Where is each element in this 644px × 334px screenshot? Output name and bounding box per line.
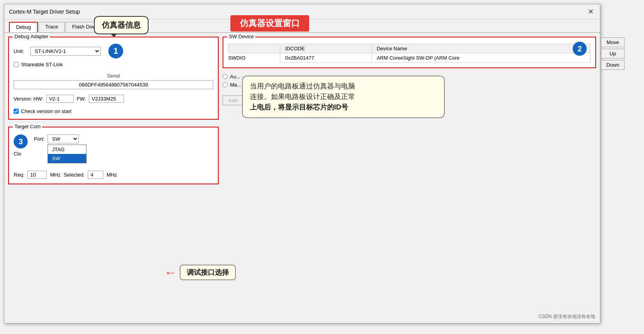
main-content-area: Debug Adapter Unit: ST-LINK/V2-1 1: [4, 33, 600, 316]
radio-manual[interactable]: [223, 82, 228, 87]
fw-input[interactable]: [89, 95, 124, 103]
version-label: Version: HW:: [14, 96, 43, 102]
radio-auto-label: Au...: [230, 74, 241, 80]
table-row: SWDIO 0x2BA01477 ARM CoreeSight SW-DP (A…: [228, 53, 591, 63]
badge-1: 1: [108, 44, 123, 58]
red-arrow-icon: ←: [164, 265, 177, 280]
move-button[interactable]: Move: [601, 37, 625, 47]
shareable-checkbox[interactable]: [14, 62, 19, 67]
shareable-row: Shareable ST-Link: [14, 62, 213, 67]
selected-mhz-input[interactable]: [88, 171, 103, 179]
mhz-label: MHz: [50, 172, 60, 178]
tab-trace[interactable]: Trace: [39, 22, 65, 32]
annotation-red-header: 仿真器设置窗口: [230, 15, 309, 32]
tooltip-bubble: 当用户的电路板通过仿真器与电脑 连接。如果电路板设计正确及正常 上电后，将显示目…: [242, 76, 445, 118]
tab-debug[interactable]: Debug: [9, 22, 38, 32]
port-row: 3 Port: SW JTAG JTAG: [14, 134, 213, 148]
target-com-group: Target Com 3 Port: SW JTAG: [8, 127, 219, 184]
check-version-row: Check version on start: [14, 108, 213, 114]
req-row: Req: MHz Selected: MHz: [14, 171, 213, 179]
cell-device-name: ARM CoreeSight SW-DP (ARM Core: [372, 53, 591, 63]
close-button[interactable]: ✕: [586, 7, 595, 16]
serial-label: Serial: [14, 73, 213, 79]
badge-2: 2: [573, 42, 587, 56]
up-button[interactable]: Up: [601, 49, 625, 58]
port-label: Port:: [34, 136, 44, 142]
selected-label: Selected:: [64, 172, 85, 178]
serial-value: 066DFF495648807567044539: [14, 80, 213, 89]
arrow-bubble-label: 调试接口选择: [180, 265, 236, 280]
serial-section: Serial 066DFF495648807567044539: [14, 73, 213, 89]
unit-select[interactable]: ST-LINK/V2-1: [30, 47, 101, 56]
port-select[interactable]: SW JTAG: [48, 134, 79, 143]
watermark: CSDN @没有余地没有余地: [538, 313, 595, 320]
right-panel: SW Device 2 IDCODE Device Name: [223, 37, 596, 313]
row-label-swdio: SWDIO: [228, 53, 280, 63]
window-title: Cortex-M Target Driver Setup: [9, 9, 80, 15]
cell-idcode: 0x2BA01477: [280, 53, 372, 63]
col-empty: [228, 44, 280, 53]
fw-label: FW:: [77, 96, 86, 102]
port-dropdown-list: JTAG SW: [48, 145, 87, 163]
sw-device-group: SW Device 2 IDCODE Device Name: [223, 37, 596, 68]
dropdown-item-sw[interactable]: SW: [48, 154, 86, 163]
main-window: Cortex-M Target Driver Setup ✕ 仿真器信息 仿真器…: [4, 4, 600, 323]
target-com-content: 3 Port: SW JTAG JTAG: [14, 134, 213, 179]
req-label: Req:: [14, 172, 24, 178]
radio-auto[interactable]: [223, 74, 228, 79]
check-version-checkbox[interactable]: [14, 109, 19, 114]
tooltip-line3: 上电后，将显示目标芯片的ID号: [250, 102, 437, 113]
unit-label: Unit:: [14, 48, 27, 54]
down-button[interactable]: Down: [601, 60, 625, 70]
debug-adapter-group: Debug Adapter Unit: ST-LINK/V2-1 1: [8, 37, 219, 120]
sw-device-content: 2 IDCODE Device Name SWDIO: [228, 44, 591, 63]
add-button[interactable]: Add: [223, 95, 243, 105]
check-version-label: Check version on start: [21, 108, 71, 114]
req-input[interactable]: [27, 171, 47, 179]
tooltip-line2: 连接。如果电路板设计正确及正常: [250, 92, 437, 102]
unit-row: Unit: ST-LINK/V2-1 1: [14, 44, 213, 58]
port-dropdown-container: SW JTAG JTAG SW: [48, 134, 79, 143]
sw-device-label: SW Device: [227, 34, 255, 39]
col-idcode: IDCODE: [280, 44, 372, 53]
debug-adapter-content: Unit: ST-LINK/V2-1 1 Shareable ST-Link: [14, 44, 213, 114]
badge-3: 3: [14, 134, 28, 148]
target-com-label: Target Com: [13, 124, 42, 129]
annotation-bubble-simulator-info: 仿真器信息: [94, 16, 149, 34]
clock-label: Clo: [14, 151, 21, 157]
clock-row: Clo: [14, 151, 213, 157]
hw-input[interactable]: [46, 95, 74, 103]
dropdown-item-jtag[interactable]: JTAG: [48, 145, 86, 154]
tooltip-line1: 当用户的电路板通过仿真器与电脑: [250, 81, 437, 92]
shareable-label: Shareable ST-Link: [21, 62, 63, 67]
sw-table: IDCODE Device Name SWDIO 0x2BA01477 ARM …: [228, 44, 591, 63]
side-buttons: Move Up Down: [601, 37, 625, 70]
radio-manual-label: Ma...: [230, 82, 241, 88]
debug-adapter-label: Debug Adapter: [13, 34, 50, 39]
col-device-name: Device Name: [372, 44, 591, 53]
version-row: Version: HW: FW:: [14, 95, 213, 103]
arrow-annotation: ← 调试接口选择: [164, 265, 236, 280]
mhz-label2: MHz: [106, 172, 117, 178]
